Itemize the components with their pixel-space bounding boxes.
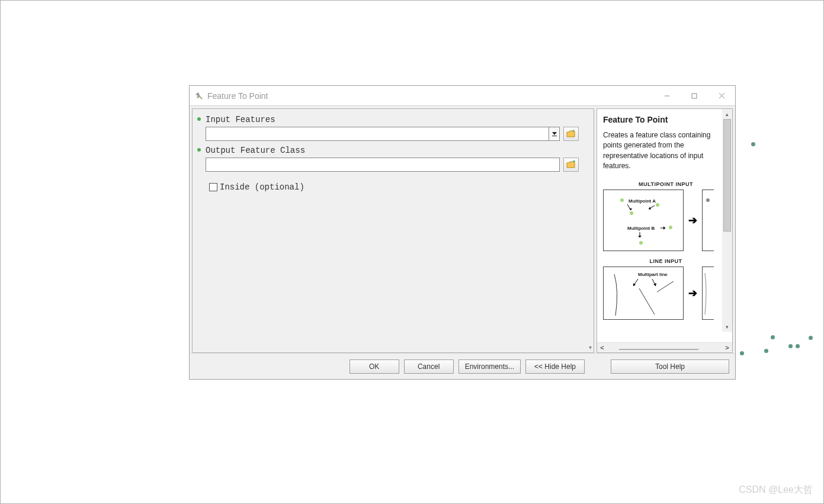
diagram-line: LINE INPUT Multipart line: [603, 258, 729, 320]
scroll-thumb[interactable]: [723, 119, 731, 232]
input-features-label: Input Features: [206, 115, 579, 124]
help-description: Creates a feature class containing point…: [603, 130, 729, 172]
browse-output-button[interactable]: [563, 158, 579, 172]
diagram-box: Multipart line: [603, 267, 684, 320]
help-pane: Feature To Point Creates a feature class…: [597, 108, 733, 353]
inside-checkbox-row: Inside (optional): [209, 182, 579, 192]
required-dot-icon: [197, 148, 201, 152]
stray-dot: [771, 335, 775, 339]
diagram-label-b: Multipoint B: [627, 226, 655, 231]
diagram-box-out: [702, 267, 714, 320]
stray-dot: [740, 351, 744, 355]
input-features-group: Input Features: [198, 115, 579, 141]
maximize-button[interactable]: [681, 86, 708, 105]
stray-dot: [788, 344, 793, 348]
folder-icon: [566, 130, 576, 138]
inside-label: Inside (optional): [220, 182, 304, 192]
arrow-right-icon: ➔: [688, 214, 697, 227]
svg-marker-17: [663, 226, 665, 230]
svg-marker-19: [638, 236, 642, 237]
window-title: Feature To Point: [207, 91, 268, 101]
svg-rect-1: [199, 95, 203, 99]
input-features-combo[interactable]: [206, 127, 560, 141]
button-bar: OK Cancel Environments... << Hide Help T…: [190, 353, 735, 379]
chevron-down-icon[interactable]: [549, 127, 559, 140]
scroll-right-icon[interactable]: >: [722, 344, 732, 351]
scroll-left-icon[interactable]: <: [597, 344, 607, 351]
diagram-box-out: [702, 190, 714, 251]
required-dot-icon: [197, 117, 201, 121]
arrow-right-icon: ➔: [688, 287, 697, 300]
diagram-multipoint: MULTIPOINT INPUT Multipoint A Multipoint…: [603, 181, 729, 251]
output-feature-class-group: Output Feature Class: [198, 146, 579, 172]
tool-help-button[interactable]: Tool Help: [611, 359, 729, 374]
help-horizontal-scrollbar[interactable]: < >: [597, 342, 732, 352]
diagram-box: Multipoint A Multipoint B: [603, 190, 684, 251]
inside-checkbox[interactable]: [209, 183, 217, 191]
svg-marker-23: [653, 283, 656, 286]
scroll-thumb[interactable]: [619, 349, 698, 350]
cancel-button[interactable]: Cancel: [404, 359, 454, 374]
scroll-up-icon[interactable]: ▴: [722, 109, 732, 119]
svg-marker-0: [195, 92, 200, 98]
folder-icon: [566, 160, 576, 169]
stray-dot: [809, 336, 813, 340]
minimize-button[interactable]: [653, 86, 681, 105]
diagram-title-1: MULTIPOINT INPUT: [603, 181, 729, 187]
hide-help-button[interactable]: << Hide Help: [525, 359, 585, 374]
stray-dot: [764, 349, 768, 353]
environments-button[interactable]: Environments...: [459, 359, 521, 374]
dialog-window: Feature To Point Input Features: [189, 85, 736, 380]
stray-dot: [751, 142, 755, 146]
hammer-icon: [194, 91, 204, 101]
browse-input-button[interactable]: [563, 127, 579, 141]
chevron-down-icon[interactable]: ▾: [589, 344, 592, 351]
svg-rect-3: [692, 94, 697, 98]
watermark: CSDN @Lee大哲: [739, 484, 813, 496]
ok-button[interactable]: OK: [350, 359, 399, 374]
output-feature-class-input[interactable]: [206, 158, 560, 172]
output-feature-class-label: Output Feature Class: [206, 146, 579, 155]
form-pane: Input Features: [192, 108, 594, 353]
titlebar[interactable]: Feature To Point: [190, 86, 735, 106]
diagram-title-2: LINE INPUT: [603, 258, 729, 264]
help-vertical-scrollbar[interactable]: ▴ ▾: [722, 109, 732, 332]
svg-marker-6: [552, 132, 557, 135]
svg-rect-7: [552, 136, 557, 136]
stray-dot: [796, 344, 800, 348]
svg-marker-9: [567, 162, 575, 168]
scroll-down-icon[interactable]: ▾: [722, 322, 732, 332]
close-button[interactable]: [708, 86, 735, 105]
help-title: Feature To Point: [603, 115, 729, 124]
